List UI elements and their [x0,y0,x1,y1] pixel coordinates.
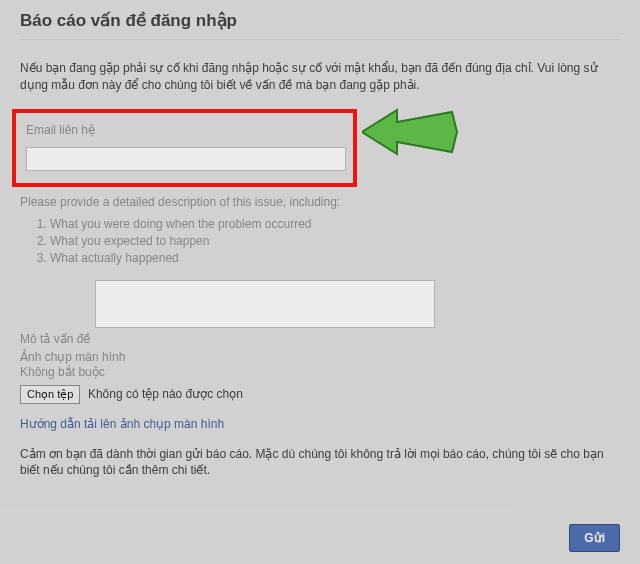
problem-textarea[interactable] [95,280,435,328]
problem-label: Mô tả vấn đề [20,332,90,346]
detail-instruction: Please provide a detailed description of… [20,195,620,209]
page-title: Báo cáo vấn đề đăng nhập [20,10,620,40]
screenshot-label: Ảnh chụp màn hình [20,350,125,364]
screenshot-optional: Không bắt buộc [20,365,620,379]
detail-list: What you were doing when the problem occ… [50,217,620,265]
submit-button[interactable]: Gửi [569,524,620,552]
footer-text: Cảm ơn bạn đã dành thời gian gửi báo cáo… [20,446,620,480]
choose-file-button[interactable]: Chọn tệp [20,385,80,404]
email-highlighted-section: Email liên hệ [12,109,357,187]
list-item: What you were doing when the problem occ… [50,217,620,231]
upload-guide-link[interactable]: Hướng dẫn tải lên ảnh chụp màn hình [20,417,224,431]
page-description: Nếu bạn đang gặp phải sự cố khi đăng nhậ… [20,60,620,94]
email-label: Email liên hệ [26,123,343,137]
list-item: What actually happened [50,251,620,265]
list-item: What you expected to happen [50,234,620,248]
email-input[interactable] [26,147,346,171]
file-status: Không có tệp nào được chọn [88,387,243,401]
